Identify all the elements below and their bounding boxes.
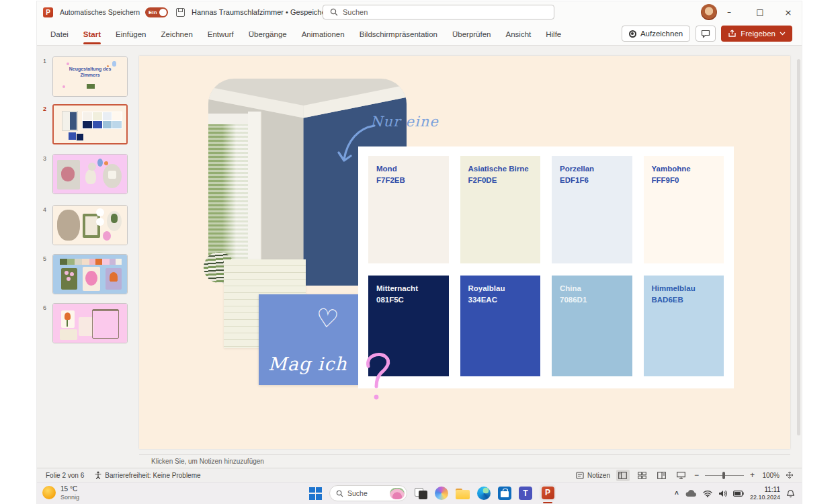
zoom-slider-handle[interactable]: [722, 472, 725, 479]
slide-number: 3: [43, 155, 51, 162]
sticky-note[interactable]: ♡ Mag ich: [259, 294, 363, 385]
weather-widget[interactable]: 15 °C Sonnig: [42, 485, 79, 501]
swatch-name: China: [560, 283, 624, 294]
swatch-name: Himmelblau: [652, 283, 716, 294]
teams-icon[interactable]: T: [519, 487, 532, 500]
share-label: Freigeben: [741, 30, 775, 38]
edge-browser-icon[interactable]: [477, 487, 491, 500]
notifications-bell-icon[interactable]: [786, 489, 795, 498]
windows-start-button[interactable]: [309, 487, 322, 500]
thumbnail-slide-5[interactable]: [52, 254, 128, 294]
swatch-hex: F2F0DE: [468, 175, 533, 186]
document-title[interactable]: Hannas Traumschlafzimmer • Gespeichert: [192, 8, 330, 16]
share-button[interactable]: Freigeben: [721, 26, 792, 42]
swatch-yambohne[interactable]: Yambohne FFF9F0: [644, 156, 724, 263]
search-highlight-image: [390, 488, 405, 499]
fit-slide-icon[interactable]: [786, 471, 794, 479]
taskbar-search-placeholder: Suche: [347, 489, 368, 497]
wifi-icon[interactable]: [703, 490, 712, 497]
zoom-out-button[interactable]: −: [694, 470, 699, 480]
swatch-name: Porzellan: [560, 163, 624, 175]
user-avatar[interactable]: [701, 4, 717, 20]
battery-icon[interactable]: [733, 491, 744, 497]
tab-bildschirmpräsentation[interactable]: Bildschirmpräsentation: [353, 23, 444, 46]
notes-icon: [576, 472, 584, 479]
accessibility-icon: [95, 471, 101, 479]
task-view-button[interactable]: [415, 488, 427, 499]
swatch-himmelblau[interactable]: Himmelblau BAD6EB: [644, 276, 724, 376]
toggle-knob: [159, 9, 167, 16]
onedrive-cloud-icon[interactable]: [685, 489, 697, 497]
system-tray: ^ 11:11 22.10.2024: [675, 485, 795, 502]
tab-zeichnen[interactable]: Zeichnen: [154, 23, 199, 46]
maximize-button[interactable]: □: [747, 1, 773, 23]
thumb6-art: [53, 304, 127, 343]
tab-start[interactable]: Start: [77, 23, 108, 46]
swatch-royalblau[interactable]: Royalblau 334EAC: [460, 276, 541, 376]
tab-hilfe[interactable]: Hilfe: [539, 23, 568, 46]
thumbnail-slide-3[interactable]: [52, 154, 128, 194]
tab-datei[interactable]: Datei: [44, 23, 75, 46]
autosave-toggle[interactable]: Ein: [145, 7, 168, 17]
swatch-name: Mond: [376, 163, 441, 175]
accessibility-status[interactable]: Barrierefreiheit: Keine Probleme: [95, 471, 200, 479]
notes-toggle-button[interactable]: Notizen: [576, 472, 610, 479]
tab-ansicht[interactable]: Ansicht: [499, 23, 538, 46]
search-input[interactable]: Suchen: [323, 5, 554, 19]
clock-time: 11:11: [750, 486, 780, 494]
thumb5-art: [53, 255, 127, 294]
microsoft-store-icon[interactable]: [498, 487, 511, 500]
slide-canvas[interactable]: ♡ Mag ich Nur eine Mond F7F2EB Asiatisch…: [139, 56, 790, 449]
save-icon[interactable]: [176, 8, 185, 17]
swatch-mond[interactable]: Mond F7F2EB: [368, 156, 449, 263]
thumbnail-slide-2[interactable]: [52, 104, 128, 144]
thumbnail-slide-4[interactable]: [52, 205, 128, 245]
slide-number: 1: [43, 58, 51, 65]
normal-view-button[interactable]: [616, 470, 630, 481]
tab-überprüfen[interactable]: Überprüfen: [446, 23, 498, 46]
minimize-button[interactable]: –: [716, 1, 743, 23]
autosave-state-label: Ein: [149, 9, 157, 15]
zoom-in-button[interactable]: +: [750, 470, 755, 480]
swatch-porzellan[interactable]: Porzellan EDF1F6: [552, 156, 632, 263]
thumb2-art: [54, 106, 126, 143]
record-button[interactable]: Aufzeichnen: [622, 26, 690, 42]
powerpoint-taskbar-icon[interactable]: P: [540, 485, 556, 501]
slide-sorter-view-button[interactable]: [636, 470, 649, 481]
question-mark-doodle[interactable]: [364, 350, 394, 405]
tab-einfügen[interactable]: Einfügen: [109, 23, 153, 46]
swatch-name: Royalblau: [468, 283, 533, 294]
tab-entwurf[interactable]: Entwurf: [201, 23, 241, 46]
volume-icon[interactable]: [718, 490, 727, 497]
swatch-asiatische-birne[interactable]: Asiatische Birne F2F0DE: [460, 156, 541, 263]
swatch-hex: FFF9F0: [652, 175, 716, 186]
thumb1-art: Neugestaltung des Zimmers: [53, 57, 127, 96]
thumb2-palette-mini: [82, 112, 122, 129]
powerpoint-app-icon[interactable]: P: [43, 7, 53, 17]
swatch-hex: 7086D1: [560, 294, 624, 306]
swatch-name: Yambohne: [652, 163, 716, 175]
notes-area[interactable]: Klicken Sie, um Notizen hinzuzufügen: [139, 454, 790, 468]
file-explorer-icon[interactable]: [456, 489, 470, 500]
zoom-slider[interactable]: [705, 475, 744, 476]
close-button[interactable]: ×: [775, 1, 802, 23]
reading-view-button[interactable]: [655, 470, 669, 481]
sticky-note-text: Mag ich: [268, 353, 347, 374]
vertical-scrollbar[interactable]: [797, 59, 800, 435]
comments-button[interactable]: [696, 26, 716, 42]
thumbnail-slide-1[interactable]: Neugestaltung des Zimmers: [52, 56, 128, 97]
handwritten-annotation[interactable]: Nur eine: [370, 114, 439, 130]
tray-expand-chevron[interactable]: ^: [675, 491, 679, 498]
zoom-level[interactable]: 100%: [761, 472, 780, 479]
copilot-icon[interactable]: [435, 487, 448, 500]
swatch-hex: BAD6EB: [652, 294, 716, 306]
tab-animationen[interactable]: Animationen: [295, 23, 351, 46]
thumbnail-slide-6[interactable]: [52, 303, 128, 343]
tab-übergänge[interactable]: Übergänge: [242, 23, 294, 46]
taskbar-search-input[interactable]: Suche: [329, 485, 407, 501]
color-palette-board[interactable]: Mond F7F2EB Asiatische Birne F2F0DE Porz…: [358, 146, 734, 388]
taskbar-clock[interactable]: 11:11 22.10.2024: [750, 486, 780, 501]
slideshow-view-button[interactable]: [675, 470, 688, 481]
title-bar: P Automatisches Speichern Ein Hannas Tra…: [37, 1, 802, 23]
swatch-china[interactable]: China 7086D1: [552, 276, 632, 376]
